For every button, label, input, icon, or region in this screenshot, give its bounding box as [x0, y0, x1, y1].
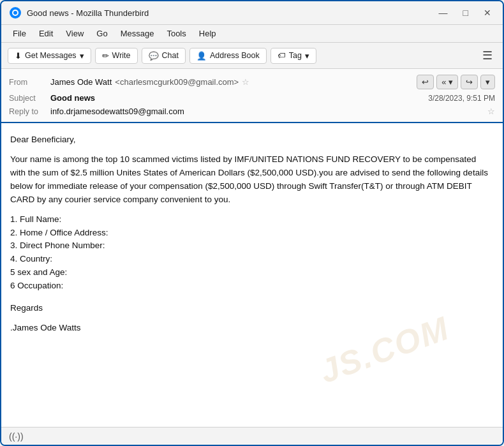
menu-help[interactable]: Help [194, 27, 221, 40]
status-icon: ((·)) [9, 431, 24, 442]
chat-button[interactable]: 💬 Chat [142, 48, 186, 64]
get-messages-button[interactable]: ⬇ Get Messages ▾ [8, 48, 91, 64]
get-messages-icon: ⬇ [15, 51, 22, 61]
chat-icon: 💬 [149, 51, 159, 61]
from-left: From James Ode Watt <charlesmcgurk009@gm… [9, 77, 249, 87]
reply-to-star-icon[interactable]: ☆ [487, 107, 495, 116]
menu-edit[interactable]: Edit [34, 27, 58, 40]
hamburger-button[interactable]: ☰ [478, 46, 496, 65]
from-row: From James Ode Watt <charlesmcgurk009@gm… [9, 73, 495, 91]
subject-label: Subject [9, 94, 50, 103]
from-star-icon[interactable]: ☆ [242, 77, 249, 87]
body-signature: .James Ode Watts [10, 322, 494, 335]
reply-all-dropdown-icon: ▾ [448, 77, 453, 87]
email-date: 3/28/2023, 9:51 PM [428, 94, 495, 103]
window-title: Good news - Mozilla Thunderbird [27, 8, 149, 18]
menu-bar: File Edit View Go Message Tools Help [1, 25, 503, 43]
write-button[interactable]: ✏ Write [95, 48, 138, 64]
tag-label: Tag [289, 51, 302, 60]
watermark: JS.COM [312, 303, 456, 398]
from-name: James Ode Watt [50, 77, 112, 87]
menu-tools[interactable]: Tools [161, 27, 191, 40]
tag-button[interactable]: 🏷 Tag ▾ [271, 48, 316, 64]
reply-toolbar: ↩ « ▾ ↪ ▾ [417, 75, 495, 89]
reply-to-row: Reply to info.drjamesodewatts09@gmail.co… [9, 105, 495, 118]
window-controls: — □ ✕ [435, 6, 495, 19]
from-label: From [9, 78, 50, 87]
write-label: Write [112, 51, 131, 60]
tag-icon: 🏷 [278, 51, 286, 60]
body-greeting: Dear Beneficiary, [10, 133, 494, 147]
address-book-button[interactable]: 👤 Address Book [189, 48, 267, 64]
reply-to-label: Reply to [9, 107, 50, 116]
app-icon [9, 6, 22, 19]
close-button[interactable]: ✕ [480, 6, 495, 19]
address-book-label: Address Book [210, 51, 260, 60]
from-email: <charlesmcgurk009@gmail.com> [115, 77, 239, 87]
email-headers: From James Ode Watt <charlesmcgurk009@gm… [1, 69, 503, 123]
reply-to-value: info.drjamesodewatts09@gmail.com [50, 107, 484, 116]
write-icon: ✏ [102, 51, 109, 61]
body-main: Your name is among the top 10 scammed vi… [10, 153, 494, 207]
menu-view[interactable]: View [61, 27, 89, 40]
subject-value: Good news [50, 93, 428, 103]
menu-message[interactable]: Message [115, 27, 159, 40]
main-window: Good news - Mozilla Thunderbird — □ ✕ Fi… [0, 0, 504, 446]
toolbar: ⬇ Get Messages ▾ ✏ Write 💬 Chat 👤 Addres… [1, 43, 503, 69]
body-closing: Regards [10, 302, 494, 315]
list-item: 3. Direct Phone Number: [10, 239, 494, 253]
more-reply-button[interactable]: ▾ [480, 75, 495, 89]
get-messages-dropdown-icon: ▾ [80, 51, 84, 61]
chat-label: Chat [162, 51, 179, 60]
title-bar: Good news - Mozilla Thunderbird — □ ✕ [1, 1, 503, 25]
svg-point-2 [13, 11, 17, 15]
get-messages-label: Get Messages [25, 51, 77, 60]
status-bar: ((·)) [1, 427, 503, 445]
email-body: Dear Beneficiary, Your name is among the… [1, 123, 503, 427]
forward-button[interactable]: ↪ [461, 75, 478, 89]
list-item: 1. Full Name: [10, 213, 494, 227]
list-item: 4. Country: [10, 253, 494, 266]
reply-all-button[interactable]: « ▾ [436, 75, 458, 89]
reply-all-icon: « [441, 77, 446, 87]
list-item: 6 Occupation: [10, 279, 494, 293]
body-list: 1. Full Name: 2. Home / Office Address: … [10, 213, 494, 294]
maximize-button[interactable]: □ [459, 6, 472, 19]
list-item: 2. Home / Office Address: [10, 227, 494, 240]
subject-row: Subject Good news 3/28/2023, 9:51 PM [9, 91, 495, 105]
reply-button[interactable]: ↩ [417, 75, 434, 89]
minimize-button[interactable]: — [435, 6, 452, 19]
list-item: 5 sex and Age: [10, 266, 494, 279]
menu-file[interactable]: File [8, 27, 31, 40]
address-book-icon: 👤 [196, 51, 207, 61]
title-bar-left: Good news - Mozilla Thunderbird [9, 6, 149, 19]
tag-dropdown-icon: ▾ [305, 51, 309, 61]
menu-go[interactable]: Go [91, 27, 112, 40]
